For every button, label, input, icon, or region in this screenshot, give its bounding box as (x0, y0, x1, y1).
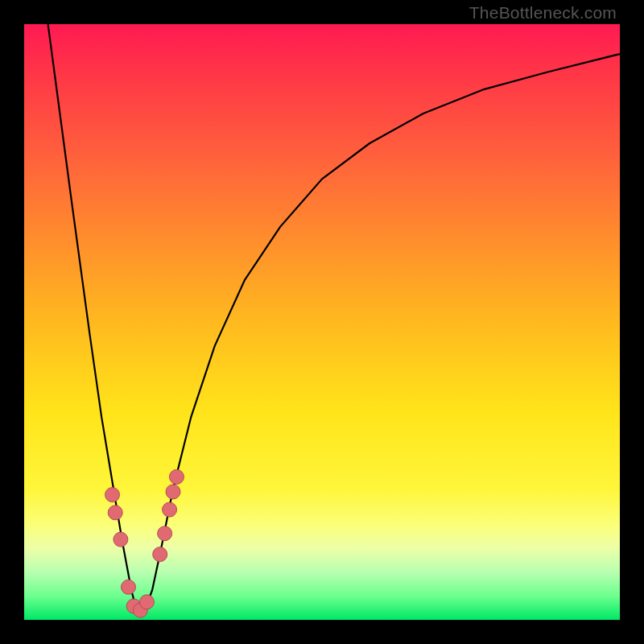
data-marker (114, 532, 128, 547)
data-marker (139, 595, 154, 609)
data-marker (158, 526, 172, 541)
curve-svg (24, 24, 620, 620)
data-marker (163, 502, 177, 517)
plot-area (24, 24, 620, 620)
chart-frame: TheBottleneck.com (0, 0, 644, 644)
data-marker (105, 488, 120, 502)
data-marker (122, 580, 136, 594)
bottleneck-curve (48, 24, 620, 614)
data-marker (166, 485, 180, 499)
data-marker (169, 469, 184, 484)
data-marker (108, 506, 122, 520)
data-marker (153, 547, 167, 562)
watermark-text: TheBottleneck.com (469, 3, 617, 23)
